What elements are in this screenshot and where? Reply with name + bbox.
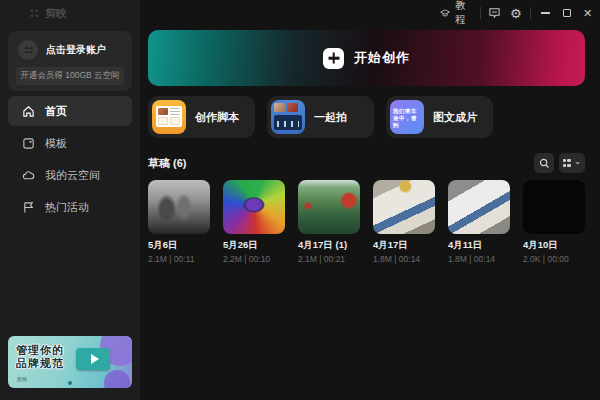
- membership-promo[interactable]: 开通会员得 100GB 云空间: [16, 67, 124, 85]
- draft-item[interactable]: 5月26日 2.2M | 00:10: [223, 180, 285, 264]
- draft-thumbnail[interactable]: [298, 180, 360, 234]
- draft-date: 4月17日: [373, 239, 435, 252]
- draft-item[interactable]: 4月17日 (1) 2.1M | 00:21: [298, 180, 360, 264]
- close-button[interactable]: ✕: [581, 5, 594, 21]
- play-icon: [91, 354, 99, 364]
- draft-meta: 2.0K | 00:00: [523, 254, 585, 264]
- feedback-button[interactable]: [488, 5, 501, 21]
- minimize-button[interactable]: [539, 5, 552, 21]
- divider: [530, 7, 531, 19]
- card-label: 一起拍: [314, 110, 347, 125]
- start-creating-button[interactable]: 开始创作: [148, 30, 585, 86]
- carousel-dot[interactable]: [68, 381, 72, 385]
- tutorial-label: 教程: [455, 0, 471, 27]
- minimize-icon: [541, 12, 550, 14]
- draft-meta: 2.1M | 00:11: [148, 254, 210, 264]
- app-logo: 剪映: [28, 6, 67, 21]
- draft-meta: 2.2M | 00:10: [223, 254, 285, 264]
- close-icon: ✕: [583, 7, 592, 20]
- divider: [480, 7, 481, 19]
- flag-icon: [22, 201, 35, 214]
- maximize-button[interactable]: [560, 5, 573, 21]
- app-window: 剪映 点击登录账户 开通会员得 100GB 云空间 首页: [0, 0, 600, 400]
- draft-item[interactable]: 4月17日 1.8M | 00:14: [373, 180, 435, 264]
- draft-thumbnail[interactable]: [523, 180, 585, 234]
- banner-title: 管理你的 品牌规范: [16, 344, 64, 370]
- drafts-title: 草稿 (6): [148, 156, 187, 171]
- search-button[interactable]: [534, 153, 554, 173]
- plus-icon: [323, 48, 344, 69]
- draft-thumbnail[interactable]: [223, 180, 285, 234]
- draft-thumbnail[interactable]: [448, 180, 510, 234]
- capcut-logo-icon: [28, 8, 40, 20]
- sidebar-nav: 首页 模板 我的云空间 热门活动: [8, 96, 132, 222]
- settings-button[interactable]: ⚙: [509, 5, 522, 21]
- sidebar-item-label: 模板: [45, 136, 67, 151]
- create-script-card[interactable]: 创作脚本: [148, 96, 255, 138]
- shoot-together-icon: [271, 100, 305, 134]
- sidebar-item-templates[interactable]: 模板: [8, 128, 132, 158]
- template-icon: [22, 137, 35, 150]
- sidebar-item-label: 我的云空间: [45, 168, 100, 183]
- sidebar: 剪映 点击登录账户 开通会员得 100GB 云空间 首页: [0, 0, 140, 400]
- promo-banner[interactable]: 管理你的 品牌规范 剪映: [8, 336, 132, 388]
- draft-date: 4月11日: [448, 239, 510, 252]
- card-label: 图文成片: [433, 110, 477, 125]
- sidebar-item-hot-activities[interactable]: 热门活动: [8, 192, 132, 222]
- avatar[interactable]: [18, 40, 38, 60]
- login-title[interactable]: 点击登录账户: [46, 43, 106, 57]
- shortcut-cards: 创作脚本 一起拍 我们乘车途中，看到 图文成片: [148, 96, 493, 138]
- tutorial-button[interactable]: 教程: [440, 0, 472, 27]
- start-creating-label: 开始创作: [354, 49, 410, 67]
- app-title: 剪映: [45, 6, 67, 21]
- script-icon: [152, 100, 186, 134]
- draft-thumbnail[interactable]: [373, 180, 435, 234]
- draft-meta: 2.1M | 00:21: [298, 254, 360, 264]
- feedback-icon: [488, 7, 501, 19]
- sidebar-item-label: 首页: [45, 104, 67, 119]
- gear-icon: ⚙: [510, 7, 522, 20]
- view-mode-button[interactable]: ⌄: [559, 153, 585, 173]
- chevron-down-icon: ⌄: [574, 157, 582, 166]
- draft-date: 4月17日 (1): [298, 239, 360, 252]
- login-card[interactable]: 点击登录账户 开通会员得 100GB 云空间: [8, 31, 132, 91]
- maximize-icon: [563, 9, 571, 17]
- draft-item[interactable]: 4月10日 2.0K | 00:00: [523, 180, 585, 264]
- draft-meta: 1.8M | 00:14: [448, 254, 510, 264]
- sidebar-item-label: 热门活动: [45, 200, 89, 215]
- search-icon: [539, 158, 550, 169]
- graduation-cap-icon: [440, 8, 450, 19]
- draft-item[interactable]: 4月11日 1.8M | 00:14: [448, 180, 510, 264]
- sidebar-item-home[interactable]: 首页: [8, 96, 132, 126]
- draft-item[interactable]: 5月6日 2.1M | 00:11: [148, 180, 210, 264]
- drafts-grid: 5月6日 2.1M | 00:11 5月26日 2.2M | 00:10 4月1…: [148, 180, 585, 264]
- titlebar: 教程 ⚙ ✕: [440, 0, 600, 26]
- home-icon: [22, 105, 35, 118]
- grid-view-icon: [563, 159, 571, 167]
- draft-date: 4月10日: [523, 239, 585, 252]
- draft-meta: 1.8M | 00:14: [373, 254, 435, 264]
- cloud-icon: [22, 169, 35, 182]
- drafts-header: 草稿 (6) ⌄: [148, 152, 585, 174]
- draft-date: 5月26日: [223, 239, 285, 252]
- draft-thumbnail[interactable]: [148, 180, 210, 234]
- draft-date: 5月6日: [148, 239, 210, 252]
- text-to-video-card[interactable]: 我们乘车途中，看到 图文成片: [386, 96, 493, 138]
- shoot-together-card[interactable]: 一起拍: [267, 96, 374, 138]
- sidebar-item-cloud-space[interactable]: 我的云空间: [8, 160, 132, 190]
- capcut-logo-icon: [23, 45, 33, 55]
- banner-decoration: [104, 370, 130, 388]
- banner-logo: 剪映: [17, 376, 27, 382]
- text-to-video-icon: 我们乘车途中，看到: [390, 100, 424, 134]
- card-label: 创作脚本: [195, 110, 239, 125]
